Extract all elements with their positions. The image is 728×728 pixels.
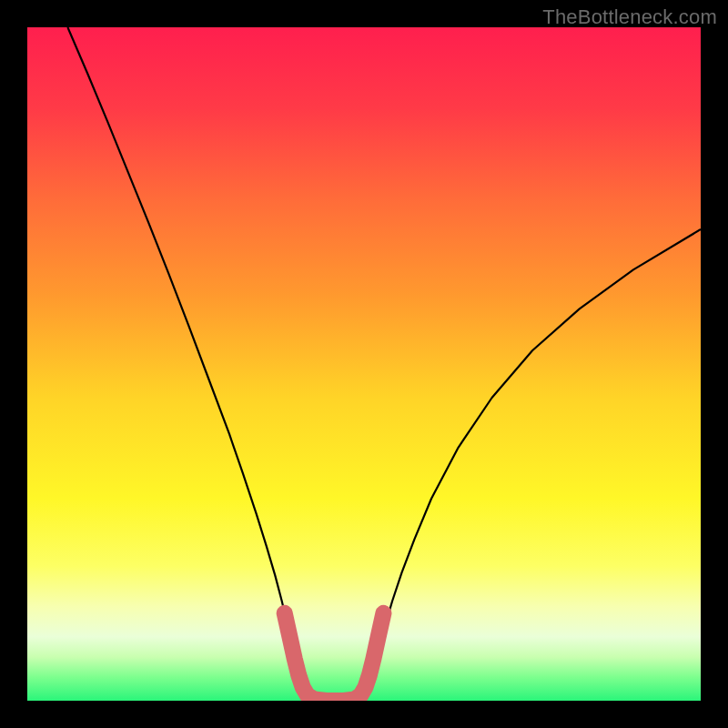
chart-background — [27, 27, 701, 701]
chart-plot-area — [27, 27, 701, 701]
watermark-text: TheBottleneck.com — [542, 5, 717, 29]
chart-svg — [27, 27, 701, 701]
chart-frame: TheBottleneck.com — [0, 0, 728, 728]
